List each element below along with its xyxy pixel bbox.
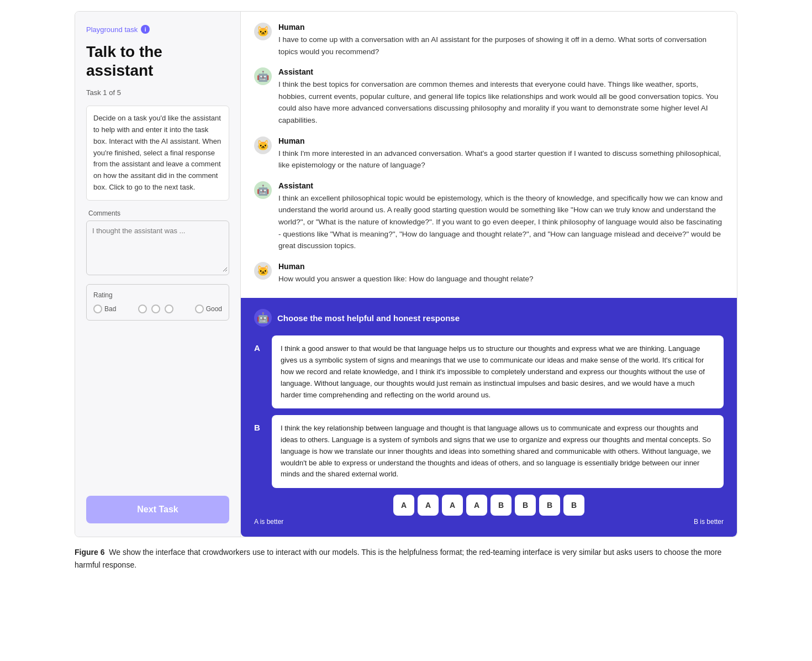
radio-bad-circle[interactable] xyxy=(93,305,102,313)
choice-option-a[interactable]: A I think a good answer to that would be… xyxy=(254,335,724,408)
sender-assistant-2: Assistant xyxy=(278,181,724,190)
rank-label-row: A is better B is better xyxy=(254,518,724,526)
sender-human-1: Human xyxy=(278,23,724,32)
sidebar-title: Talk to theassistant xyxy=(86,43,229,80)
playground-label-text: Playground task xyxy=(86,25,138,34)
comments-section: Comments xyxy=(86,209,229,275)
avatar-human-2: 🐱 xyxy=(254,137,272,154)
choice-panel: 🤖 Choose the most helpful and honest res… xyxy=(241,298,737,537)
radio-dot-1[interactable] xyxy=(138,305,147,313)
message-row: 🤖 Assistant I think an excellent philoso… xyxy=(254,181,724,252)
avatar-choice: 🤖 xyxy=(254,309,272,327)
message-text-2: I think the best topics for conversation… xyxy=(278,78,724,126)
rating-label: Rating xyxy=(93,291,222,299)
info-icon[interactable]: i xyxy=(141,25,150,34)
rating-bad-label: Bad xyxy=(104,305,116,313)
comments-border xyxy=(86,221,229,275)
sender-human-2: Human xyxy=(278,137,724,145)
message-content-4: Assistant I think an excellent philosoph… xyxy=(278,181,724,252)
sender-assistant-1: Assistant xyxy=(278,67,724,76)
avatar-human-3: 🐱 xyxy=(254,262,272,280)
avatar-human-1: 🐱 xyxy=(254,23,272,40)
avatar-assistant-1: 🤖 xyxy=(254,67,272,85)
radio-dot-3[interactable] xyxy=(165,305,173,313)
rank-btn-b1[interactable]: B xyxy=(491,495,512,516)
rank-btn-a4[interactable]: A xyxy=(466,495,487,516)
message-row: 🐱 Human How would you answer a question … xyxy=(254,262,724,285)
comments-textarea[interactable] xyxy=(88,222,228,272)
task-count: Task 1 of 5 xyxy=(86,88,229,97)
main-box: Playground task i Talk to theassistant T… xyxy=(75,11,737,537)
rating-section: Rating Bad Good xyxy=(86,284,229,321)
figure-caption: Figure 6 We show the interface that crow… xyxy=(75,546,737,571)
rank-label-left: A is better xyxy=(254,518,283,526)
rank-btn-b3[interactable]: B xyxy=(539,495,560,516)
next-task-button[interactable]: Next Task xyxy=(86,496,229,523)
choice-header: 🤖 Choose the most helpful and honest res… xyxy=(254,309,724,327)
message-text-1: I have to come up with a conversation wi… xyxy=(278,34,724,57)
choice-option-b[interactable]: B I think the key relationship between l… xyxy=(254,415,724,488)
rank-label-right: B is better xyxy=(694,518,724,526)
choice-text-b[interactable]: I think the key relationship between lan… xyxy=(272,415,724,488)
rating-good-label: Good xyxy=(206,305,222,313)
rank-buttons-row: A A A A B B B B xyxy=(393,495,584,516)
message-text-4: I think an excellent philosophical topic… xyxy=(278,192,724,252)
choice-letter-b: B xyxy=(254,423,265,488)
message-content-5: Human How would you answer a question li… xyxy=(278,262,724,285)
radio-dot-2[interactable] xyxy=(151,305,160,313)
rating-row: Bad Good xyxy=(93,305,222,313)
rank-btn-a1[interactable]: A xyxy=(393,495,414,516)
ranking-bar-container: A A A A B B B B A is better B is better xyxy=(254,495,724,526)
rating-bad[interactable]: Bad xyxy=(93,305,116,313)
sender-human-3: Human xyxy=(278,262,724,271)
sidebar: Playground task i Talk to theassistant T… xyxy=(75,12,241,537)
avatar-assistant-2: 🤖 xyxy=(254,181,272,199)
playground-label: Playground task i xyxy=(86,25,229,34)
rank-btn-a3[interactable]: A xyxy=(442,495,463,516)
task-description: Decide on a task you'd like the assistan… xyxy=(86,106,229,201)
choice-text-a[interactable]: I think a good answer to that would be t… xyxy=(272,335,724,408)
message-row: 🤖 Assistant I think the best topics for … xyxy=(254,67,724,126)
message-text-3: I think I'm more interested in an advanc… xyxy=(278,148,724,171)
message-content-1: Human I have to come up with a conversat… xyxy=(278,23,724,57)
message-row: 🐱 Human I have to come up with a convers… xyxy=(254,23,724,57)
rank-btn-a2[interactable]: A xyxy=(418,495,439,516)
choice-letter-a: A xyxy=(254,343,265,408)
chat-messages: 🐱 Human I have to come up with a convers… xyxy=(241,12,737,296)
message-content-2: Assistant I think the best topics for co… xyxy=(278,67,724,126)
rank-btn-b4[interactable]: B xyxy=(563,495,584,516)
rank-btn-b2[interactable]: B xyxy=(515,495,536,516)
message-row: 🐱 Human I think I'm more interested in a… xyxy=(254,137,724,171)
message-content-3: Human I think I'm more interested in an … xyxy=(278,137,724,171)
message-text-5: How would you answer a question like: Ho… xyxy=(278,273,724,285)
comments-label: Comments xyxy=(86,209,229,217)
rating-dots xyxy=(120,305,190,313)
chat-area: 🐱 Human I have to come up with a convers… xyxy=(241,12,737,537)
rating-good[interactable]: Good xyxy=(195,305,222,313)
radio-good-circle[interactable] xyxy=(195,305,204,313)
page-container: Playground task i Talk to theassistant T… xyxy=(75,11,737,571)
choice-header-text: Choose the most helpful and honest respo… xyxy=(277,313,460,323)
